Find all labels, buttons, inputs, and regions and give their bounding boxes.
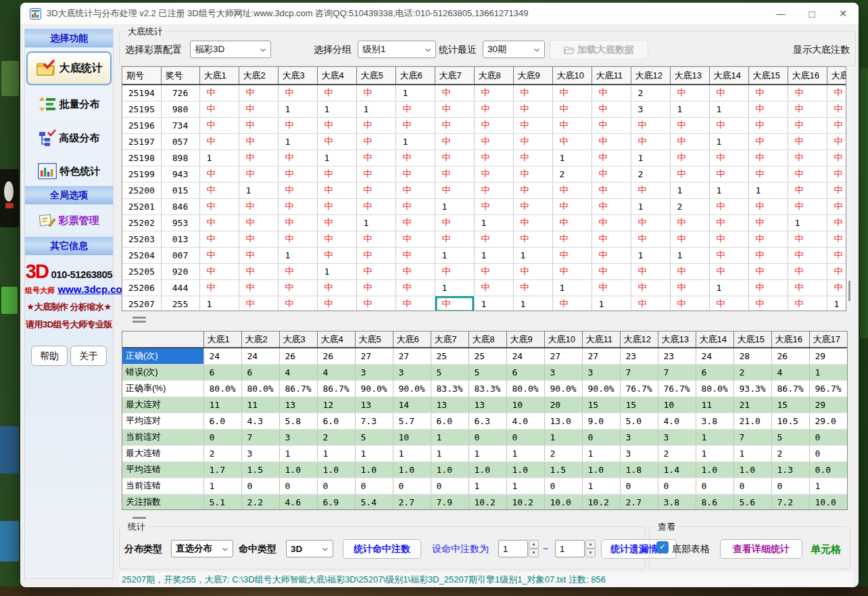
stats-cell[interactable]: 10.5 [771, 413, 809, 429]
grid-cell[interactable]: 中 [670, 117, 709, 133]
grid-cell[interactable]: 中 [748, 166, 788, 182]
grid-cell[interactable]: 中 [748, 279, 788, 296]
stats-cell[interactable]: 4.0 [658, 413, 696, 429]
hit-type-select[interactable]: 3D [286, 540, 333, 557]
grid-cell[interactable]: 中 [592, 182, 631, 198]
stats-cell[interactable]: 6 [506, 364, 544, 380]
grid-cell[interactable]: 中 [748, 231, 788, 247]
stats-cell[interactable]: 10 [393, 429, 431, 445]
stats-cell[interactable]: 0 [733, 478, 771, 494]
grid-cell[interactable]: 1 [709, 279, 748, 296]
grid-cell[interactable]: 中 [748, 263, 788, 279]
grid-cell[interactable]: 1 [435, 247, 474, 263]
stats-cell[interactable]: 10 [506, 396, 544, 413]
stats-cell[interactable]: 80.0% [203, 380, 241, 396]
grid-cell[interactable]: 中 [513, 133, 552, 150]
stats-cell[interactable]: 2.2 [241, 494, 279, 510]
grid-column-header[interactable]: 大底17 [827, 67, 846, 85]
grid-cell[interactable]: 中 [356, 198, 395, 214]
grid-cell[interactable]: 中 [239, 150, 278, 166]
grid-cell[interactable]: 1 [239, 182, 278, 198]
stats-cell[interactable]: 4.6 [279, 494, 317, 510]
prize-cell[interactable]: 920 [161, 263, 199, 279]
grid-cell[interactable]: 中 [435, 214, 474, 231]
stats-cell[interactable]: 93.3% [733, 380, 771, 396]
dist-type-select[interactable]: 直选分布 [171, 540, 233, 557]
grid-cell[interactable]: 中 [278, 279, 317, 296]
stats-cell[interactable]: 1.0 [393, 461, 431, 478]
grid-cell[interactable]: 中 [827, 182, 846, 198]
stats-column-header[interactable]: 大底2 [241, 331, 279, 348]
period-cell[interactable]: 25204 [122, 247, 161, 263]
stats-cell[interactable]: 1 [544, 429, 582, 445]
stats-cell[interactable]: 2 [203, 445, 241, 461]
grid-cell[interactable]: 中 [709, 166, 748, 182]
grid-cell[interactable]: 中 [788, 166, 827, 182]
stats-cell[interactable]: 6.0 [431, 413, 468, 429]
stats-cell[interactable]: 10.0 [544, 494, 582, 510]
recent-select[interactable]: 30期 [483, 41, 545, 58]
stats-cell[interactable]: 1.0 [355, 461, 393, 478]
grid-cell[interactable]: 中 [513, 85, 552, 101]
grid-cell[interactable]: 中 [317, 85, 356, 101]
grid-cell[interactable]: 中 [709, 296, 748, 311]
grid-cell[interactable]: 中 [670, 85, 709, 101]
grid-cell[interactable]: 中 [278, 198, 317, 214]
grid-cell[interactable]: 中 [788, 198, 827, 214]
stats-column-header[interactable]: 大底8 [468, 331, 506, 348]
hits-from-value[interactable]: 1 [498, 540, 528, 557]
grid-cell[interactable]: 中 [748, 85, 788, 101]
grid-cell[interactable]: 中 [670, 133, 709, 150]
stats-cell[interactable]: 6 [241, 364, 279, 380]
grid-cell[interactable]: 中 [395, 231, 435, 247]
grid-cell[interactable]: 中 [709, 85, 748, 101]
stats-cell[interactable]: 2 [658, 445, 696, 461]
grid-cell[interactable]: 中 [631, 231, 670, 247]
stats-cell[interactable]: 26 [771, 348, 809, 364]
stats-row-label[interactable]: 最大连对 [122, 396, 203, 413]
grid-cell[interactable]: 中 [592, 101, 631, 117]
stats-cell[interactable]: 1 [468, 445, 506, 461]
grid-cell[interactable]: 中 [435, 296, 474, 311]
grid-cell[interactable]: 1 [748, 182, 788, 198]
grid-cell[interactable]: 中 [239, 117, 278, 133]
grid-cell[interactable]: 中 [356, 150, 395, 166]
sidebar-item-gaoji-fenbu[interactable]: 高级分布 [26, 122, 112, 154]
grid-cell[interactable]: 中 [670, 231, 709, 247]
prize-cell[interactable]: 898 [161, 150, 199, 166]
grid-cell[interactable]: 1 [670, 182, 709, 198]
stats-column-header[interactable]: 大底7 [431, 331, 468, 348]
stats-cell[interactable]: 27 [393, 348, 431, 364]
grid-cell[interactable]: 中 [317, 279, 356, 296]
stats-cell[interactable]: 6 [203, 364, 241, 380]
grid-column-header[interactable]: 大底6 [395, 67, 435, 85]
stats-cell[interactable]: 3.8 [696, 413, 733, 429]
stats-cell[interactable]: 3 [355, 364, 393, 380]
grid-cell[interactable]: 中 [552, 296, 592, 311]
stats-cell[interactable]: 2.7 [393, 494, 431, 510]
stats-cell[interactable]: 0 [241, 478, 279, 494]
grid-cell[interactable]: 中 [513, 263, 552, 279]
view-detail-button[interactable]: 查看详细统计 [720, 539, 802, 559]
stats-cell[interactable]: 5 [468, 364, 506, 380]
grid-cell[interactable]: 中 [474, 150, 513, 166]
grid-cell[interactable]: 中 [435, 85, 474, 101]
grid-cell[interactable]: 中 [474, 263, 513, 279]
grid-cell[interactable]: 中 [592, 166, 631, 182]
grid-cell[interactable]: 中 [513, 231, 552, 247]
grid-cell[interactable]: 中 [788, 182, 827, 198]
spin-up-icon[interactable]: ▲ [585, 540, 596, 549]
stats-cell[interactable]: 86.7% [279, 380, 317, 396]
stats-column-header[interactable]: 大底6 [393, 331, 431, 348]
stats-cell[interactable]: 6 [696, 364, 733, 380]
stats-cell[interactable]: 80.0% [696, 380, 733, 396]
prize-cell[interactable]: 444 [161, 279, 199, 296]
grid-column-header[interactable]: 大底9 [513, 67, 552, 85]
grid-cell[interactable]: 中 [317, 231, 356, 247]
grid-cell[interactable]: 中 [356, 279, 395, 296]
grid-column-header[interactable]: 大底4 [317, 67, 356, 85]
stats-cell[interactable]: 11 [203, 396, 241, 413]
grid-column-header[interactable]: 大底11 [592, 67, 631, 85]
stats-cell[interactable]: 13 [431, 396, 468, 413]
grid-cell[interactable]: 中 [709, 263, 748, 279]
